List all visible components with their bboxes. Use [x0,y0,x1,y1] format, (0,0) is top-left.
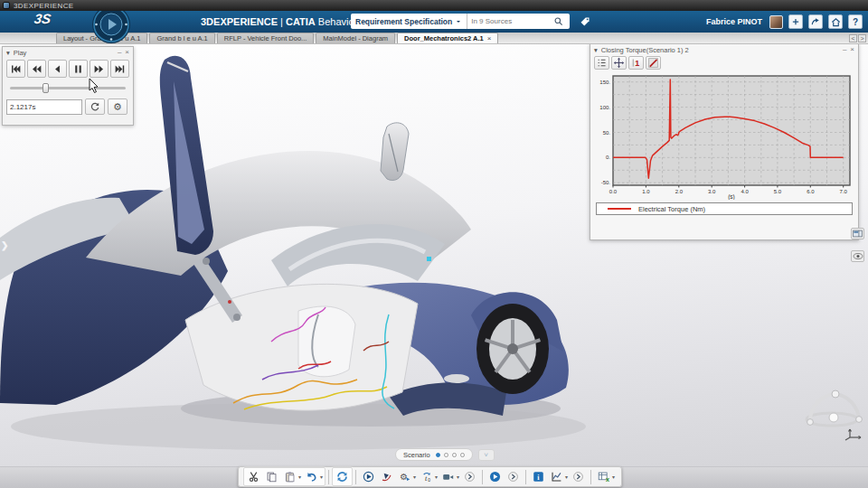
pause-button[interactable] [69,60,88,78]
minimize-icon[interactable]: ‒ [843,46,846,53]
svg-text:0.0: 0.0 [609,189,618,194]
scenario-expand-button[interactable]: ˅ [478,449,495,461]
tag-button[interactable] [577,14,593,29]
toolbar-separator [355,470,356,484]
search-scope-dropdown[interactable]: Requirement Specification [351,14,467,29]
tab-label: RFLP - Vehicle Front Doo... [224,34,307,42]
rewind-icon [31,63,42,75]
scenario-pill[interactable]: Scenario [395,448,473,461]
fast-forward-button[interactable] [90,60,108,78]
list-icon [596,57,608,69]
collapse-icon[interactable]: ▾ [6,49,10,57]
mouse-cursor [89,78,99,94]
chart-panel-header[interactable]: ▾ Closing Torque(Scenario 1) 2 ‒ × [590,44,858,55]
fit-icon [613,57,625,69]
user-avatar[interactable] [769,15,783,29]
cut-icon [248,471,259,483]
side-panel-button[interactable] [851,228,864,239]
toolbar-group: ⚙▾t0▾▾ [359,468,479,485]
t-zero-button[interactable]: t0▾ [419,469,438,484]
window-titlebar: 3DEXPERIENCE [0,0,868,11]
tab-close-icon[interactable]: × [487,34,492,42]
chevron-circle-button[interactable] [571,469,586,484]
refresh-button[interactable] [335,469,350,484]
chevron-circle-button[interactable] [462,469,477,484]
fit-tool-button[interactable] [611,56,627,70]
scenario-dot-3[interactable] [460,453,465,457]
add-content-button[interactable] [788,14,803,29]
scenario-dot-0[interactable] [436,453,440,457]
reset-button[interactable] [85,99,105,115]
camera-button[interactable]: ▾ [440,469,459,484]
dropdown-caret-icon[interactable]: ▾ [565,474,568,480]
svg-text:1: 1 [635,59,639,68]
chevron-circle-button[interactable] [505,469,521,484]
tab-4[interactable]: Door_Mechatronics2 A.1× [397,33,498,43]
dropdown-caret-icon[interactable]: ▾ [435,474,438,480]
search-scope-label: Requirement Specification [355,17,452,26]
skip-start-button[interactable] [6,60,25,78]
tab-3[interactable]: MainModel - Diagram [316,33,395,43]
marker-1-icon: 1 [630,57,642,69]
chart-legend: Electrical Torque (Nm) [596,202,853,215]
tab-scroll-right-button[interactable]: > [858,34,866,42]
sim-record-button[interactable] [379,469,394,484]
scenario-page-dots [436,453,465,457]
brand-name: 3DEXPERIENCE [201,16,278,27]
user-name[interactable]: Fabrice PINOT [706,17,762,26]
list-tool-button[interactable] [594,56,609,70]
chevron-circle-icon [572,471,584,483]
toolbar-separator [482,470,483,484]
copy-button[interactable] [264,469,279,484]
toolbar-group [486,468,523,485]
visibility-button[interactable] [851,250,864,262]
chart-button[interactable]: ▾ [549,469,568,484]
scenario-dot-2[interactable] [452,453,457,457]
excel-button[interactable]: x▾ [596,469,615,484]
search-input[interactable] [467,14,546,29]
home-button[interactable] [828,14,843,29]
scenario-dot-1[interactable] [444,453,448,457]
t-zero-icon: t0 [420,471,432,483]
expand-left-panel-button[interactable]: ❯ [1,239,12,251]
skip-end-button[interactable] [110,60,129,78]
toolbar-group: i▾ [529,468,588,485]
share-button[interactable] [808,14,823,29]
undo-button[interactable]: ▾ [304,469,323,484]
collapse-icon[interactable]: ▾ [594,46,598,54]
info-button[interactable]: i [531,469,546,484]
dropdown-caret-icon[interactable]: ▾ [612,474,615,480]
close-icon[interactable]: × [850,46,854,53]
dropdown-caret-icon[interactable]: ▾ [413,474,416,480]
play-panel-header[interactable]: ▾ Play ‒ × [3,47,133,58]
play-panel-title: Play [14,49,114,57]
fast-forward-icon [93,63,105,75]
svg-text:7.0: 7.0 [840,189,848,194]
gear-run-button[interactable]: ⚙▾ [397,469,416,484]
rewind-button[interactable] [27,60,46,78]
gear-icon: ⚙ [113,101,122,113]
tab-2[interactable]: RFLP - Vehicle Front Doo... [217,33,315,43]
search-button[interactable] [546,14,570,29]
tab-1[interactable]: Grand b l e u A.1 [149,33,214,43]
step-back-button[interactable] [48,60,67,78]
plus-icon [791,17,800,26]
dropdown-caret-icon[interactable]: ▾ [298,474,301,480]
timeline-slider[interactable] [10,87,126,89]
paste-button[interactable]: ▾ [282,469,301,484]
play-circle-button[interactable] [487,469,503,484]
minimize-icon[interactable]: ‒ [118,49,121,56]
cut-button[interactable] [246,469,261,484]
view-compass[interactable] [803,389,868,441]
close-icon[interactable]: × [125,49,129,56]
help-button[interactable]: ? [848,14,863,29]
tab-scroll-left-button[interactable]: < [849,34,857,42]
marker-1-tool-button[interactable]: 1 [628,56,644,70]
dropdown-caret-icon[interactable]: ▾ [320,474,323,480]
sim-play-button[interactable] [361,469,376,484]
dropdown-caret-icon[interactable]: ▾ [457,474,459,480]
time-input[interactable] [6,99,82,115]
settings-button[interactable]: ⚙ [108,99,127,115]
pen-tool-button[interactable] [646,56,661,70]
slider-handle[interactable] [42,83,49,93]
